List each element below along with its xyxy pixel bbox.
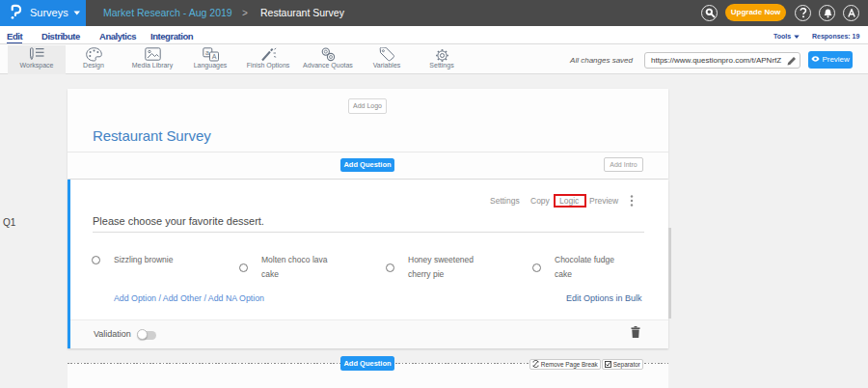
svg-text:A: A [212,53,217,60]
svg-text:a: a [205,49,209,56]
